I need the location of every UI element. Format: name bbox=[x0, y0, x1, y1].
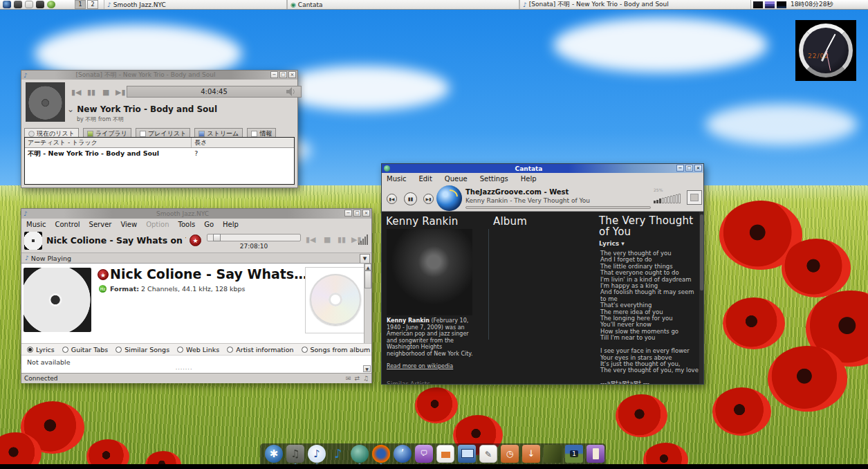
progress-bar[interactable] bbox=[465, 206, 651, 209]
menu-music[interactable]: Music bbox=[26, 221, 46, 228]
workspace-2[interactable]: 2 bbox=[87, 0, 98, 9]
menu-tools[interactable]: Tools bbox=[178, 221, 196, 228]
splitter-handle[interactable]: ······· bbox=[176, 367, 193, 373]
menu-view[interactable]: View bbox=[120, 221, 137, 228]
previous-button[interactable]: ▮◀ bbox=[71, 88, 82, 98]
thunderbird-icon[interactable]: ’ bbox=[394, 445, 412, 463]
music-player-icon[interactable]: ♫ bbox=[286, 445, 304, 463]
accessibility-icon[interactable]: ✱ bbox=[265, 445, 283, 463]
taskbar-item-sonata[interactable]: ♪ [Sonata] 不明 - New York Trio - Body and… bbox=[519, 0, 751, 9]
pause-button[interactable]: ▮▮ bbox=[87, 88, 95, 98]
menu-music[interactable]: Music bbox=[387, 175, 406, 183]
pause-button[interactable]: ▮▮ bbox=[404, 192, 417, 205]
scrollbar-thumb[interactable] bbox=[700, 214, 703, 291]
volume-bars[interactable] bbox=[654, 193, 681, 206]
pictures-icon[interactable] bbox=[544, 445, 562, 463]
taskbar-clock[interactable]: 18時08分28秒 bbox=[791, 0, 833, 9]
progress-bar[interactable]: 4:04:45 bbox=[127, 86, 302, 98]
pause-button[interactable]: ▮▮ bbox=[338, 235, 346, 245]
column-length[interactable]: 長さ bbox=[192, 138, 294, 147]
previous-button[interactable]: ▮◀ bbox=[387, 194, 397, 204]
radio-web-links[interactable]: Web Links bbox=[177, 346, 219, 353]
playqueue-toggle-button[interactable] bbox=[687, 190, 702, 205]
lyrics-section-toggle[interactable]: Lyrics ▾ bbox=[599, 240, 625, 247]
close-button[interactable]: × bbox=[694, 165, 702, 172]
impress-icon[interactable] bbox=[436, 445, 454, 463]
menu-queue[interactable]: Queue bbox=[445, 175, 468, 183]
next-button[interactable]: ▶▮ bbox=[116, 88, 126, 98]
smooth-jazz-titlebar[interactable]: ♪ Smooth Jazz.NYC − □ × bbox=[21, 209, 371, 219]
menu-control[interactable]: Control bbox=[55, 221, 80, 228]
sonata-titlebar[interactable]: ♪ [Sonata] 不明 - New York Trio - Body and… bbox=[21, 71, 297, 80]
scroll-up-button[interactable]: ▲ bbox=[364, 264, 371, 270]
favorite-button[interactable]: ★ bbox=[190, 234, 201, 246]
taskbar-item-cantata[interactable]: ◉ Cantata bbox=[287, 0, 519, 9]
menu-option[interactable]: Option bbox=[146, 221, 169, 228]
radio-dot[interactable] bbox=[27, 347, 33, 353]
workspace-1[interactable]: 1 bbox=[75, 0, 86, 9]
message-icon[interactable]: ✉ bbox=[346, 375, 351, 382]
stop-button[interactable]: ■ bbox=[324, 235, 331, 245]
firefox-launcher-icon[interactable] bbox=[3, 1, 11, 8]
expander-caret-icon[interactable]: ⌄ bbox=[67, 104, 74, 114]
album-art-large[interactable] bbox=[24, 268, 91, 332]
radio-dot[interactable] bbox=[177, 347, 183, 353]
pidgin-icon[interactable]: 🗩 bbox=[415, 445, 433, 463]
notes-icon[interactable] bbox=[587, 445, 604, 463]
scrollbar-thumb[interactable] bbox=[364, 270, 371, 288]
menu-server[interactable]: Server bbox=[89, 221, 112, 228]
minimize-button[interactable]: − bbox=[270, 71, 278, 78]
app-launcher-icon[interactable] bbox=[14, 1, 22, 8]
menu-help[interactable]: Help bbox=[521, 175, 537, 183]
previous-button[interactable]: ▮◀ bbox=[306, 235, 316, 245]
menu-edit[interactable]: Edit bbox=[418, 175, 432, 183]
menu-go[interactable]: Go bbox=[204, 221, 214, 228]
table-header[interactable]: アーティスト - トラック 長さ bbox=[25, 138, 294, 148]
text-editor-icon[interactable]: ✎ bbox=[479, 445, 497, 463]
maximize-button[interactable]: □ bbox=[685, 165, 693, 172]
cantata-titlebar[interactable]: Cantata − □ × bbox=[382, 164, 703, 173]
column-artist-track[interactable]: アーティスト - トラック bbox=[25, 138, 192, 147]
volume-icon[interactable] bbox=[286, 87, 296, 96]
volume-icon[interactable] bbox=[358, 234, 368, 245]
menu-help[interactable]: Help bbox=[223, 221, 239, 228]
files-launcher-icon[interactable] bbox=[25, 1, 33, 8]
wikipedia-link[interactable]: Read more on wikipedia bbox=[387, 363, 453, 369]
lyrics-scrollbar[interactable] bbox=[699, 212, 703, 384]
radio-artist-information[interactable]: Artist information bbox=[227, 346, 293, 353]
favorite-icon[interactable]: ★ bbox=[98, 269, 109, 280]
menu-settings[interactable]: Settings bbox=[480, 175, 508, 183]
minimize-button[interactable]: − bbox=[676, 165, 684, 172]
maximize-button[interactable]: □ bbox=[353, 210, 361, 217]
mini-note-icon[interactable]: ♪ bbox=[329, 445, 347, 463]
stop-button[interactable]: ■ bbox=[102, 88, 109, 98]
radio-dot[interactable] bbox=[62, 347, 68, 353]
close-button[interactable]: × bbox=[362, 210, 370, 217]
display-settings-icon[interactable] bbox=[458, 445, 476, 463]
radio-dot[interactable] bbox=[227, 347, 233, 353]
maximize-button[interactable]: □ bbox=[279, 71, 287, 78]
audio-player-icon[interactable]: ♪ bbox=[308, 445, 326, 463]
radio-guitar-tabs[interactable]: Guitar Tabs bbox=[62, 346, 109, 353]
radio-lyrics[interactable]: Lyrics bbox=[27, 346, 55, 353]
terminal-launcher-icon[interactable] bbox=[36, 1, 44, 8]
seek-slider[interactable] bbox=[207, 234, 301, 241]
slider-handle[interactable] bbox=[213, 234, 221, 241]
now-playing-title[interactable]: Nick Colione - Say Whats on Your … bbox=[46, 235, 186, 246]
mini-album-art[interactable] bbox=[24, 232, 42, 250]
radio-songs-from-album[interactable]: Songs from album bbox=[302, 346, 371, 353]
minimize-button[interactable]: − bbox=[344, 210, 352, 217]
panel-scrollbar[interactable]: ▲ bbox=[364, 264, 371, 344]
close-button[interactable]: × bbox=[288, 71, 296, 78]
next-button[interactable]: ▶▮ bbox=[423, 194, 434, 204]
view-selector[interactable]: ♪ Now Playing ▼ bbox=[21, 252, 371, 263]
radio-dot[interactable] bbox=[302, 347, 308, 353]
radio-dot[interactable] bbox=[116, 347, 122, 353]
scroll-down-button[interactable]: ▼ bbox=[363, 365, 371, 372]
table-row[interactable]: 不明 - New York Trio - Body and Soul ? bbox=[25, 148, 294, 160]
audio-icon[interactable]: ♫ bbox=[363, 375, 369, 382]
recent-folder-icon[interactable]: ◷ bbox=[501, 445, 519, 463]
tray-monitor-icon[interactable] bbox=[765, 1, 775, 8]
radio-similar-songs[interactable]: Similar Songs bbox=[116, 346, 169, 353]
downloads-folder-icon[interactable]: ↓ bbox=[522, 445, 540, 463]
